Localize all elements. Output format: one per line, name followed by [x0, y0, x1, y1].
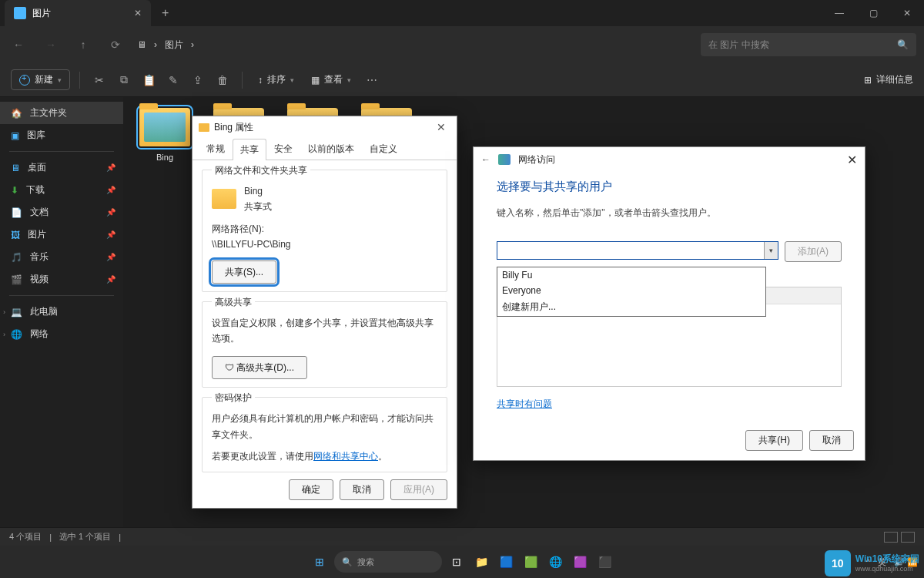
sort-button[interactable]: ↕ 排序 ▾ [252, 70, 300, 89]
forward-button[interactable]: → [40, 39, 62, 51]
apply-button[interactable]: 应用(A) [390, 479, 447, 500]
sidebar-item-home[interactable]: 🏠主文件夹 [0, 102, 123, 124]
close-window-button[interactable]: ✕ [890, 0, 924, 26]
details-button[interactable]: ⊞ 详细信息 [864, 73, 913, 86]
app-icon[interactable]: 🟩 [521, 552, 541, 572]
sidebar-item-gallery[interactable]: ▣图库 [0, 124, 123, 146]
maximize-button[interactable]: ▢ [856, 0, 890, 26]
sidebar-item-network[interactable]: ›🌐网络 [0, 323, 123, 345]
window-tab[interactable]: 图片 ✕ [5, 0, 151, 26]
tab-sharing[interactable]: 共享 [233, 139, 266, 160]
close-tab-icon[interactable]: ✕ [134, 8, 142, 18]
dropdown-button[interactable]: ▾ [764, 242, 778, 259]
list-view-button[interactable] [884, 532, 898, 543]
dialog-titlebar[interactable]: Bing 属性 ✕ [192, 116, 457, 138]
add-button[interactable]: 添加(A) [785, 241, 842, 262]
watermark-logo: 10 [825, 550, 851, 576]
network-icon: 🌐 [11, 329, 22, 340]
close-button[interactable]: ✕ [432, 121, 450, 133]
separator [9, 151, 114, 152]
app-icon[interactable]: ⬛ [594, 552, 614, 572]
copy-icon[interactable]: ⧉ [114, 73, 134, 86]
pin-icon: 📌 [106, 186, 116, 194]
sidebar-label: 图库 [27, 129, 45, 142]
advanced-description: 设置自定义权限，创建多个共享，并设置其他高级共享选项。 [212, 315, 437, 347]
paste-icon[interactable]: 📋 [139, 74, 159, 86]
chevron-right-icon: › [3, 331, 5, 338]
home-icon: 🏠 [11, 108, 22, 119]
more-button[interactable]: ⋯ [362, 74, 382, 86]
breadcrumb-item[interactable]: 图片 [165, 39, 183, 52]
plus-circle-icon [19, 75, 30, 86]
folder-name: Bing [134, 153, 196, 162]
chevron-down-icon: ▾ [58, 76, 62, 84]
advanced-share-button[interactable]: 🛡 高级共享(D)... [212, 356, 307, 379]
sidebar-item-desktop[interactable]: 🖥桌面📌 [0, 156, 123, 179]
back-button[interactable]: ← [8, 39, 29, 51]
start-button[interactable]: ⊞ [310, 552, 330, 572]
section-title: 网络文件和文件夹共享 [212, 164, 310, 177]
view-toggle [884, 532, 915, 543]
separator: | [49, 533, 52, 542]
network-center-link[interactable]: 网络和共享中心 [313, 451, 378, 462]
cancel-button[interactable]: 取消 [340, 479, 384, 500]
pin-icon: 📌 [106, 208, 116, 217]
sidebar-item-pictures[interactable]: 🖼图片📌 [0, 223, 123, 246]
trouble-link[interactable]: 共享时有问题 [497, 398, 552, 409]
sidebar: 🏠主文件夹 ▣图库 🖥桌面📌 ⬇下载📌 📄文档📌 🖼图片📌 🎵音乐📌 🎬视频📌 … [0, 97, 123, 527]
dialog-title: 网络访问 [518, 153, 555, 166]
share-button[interactable]: 共享(H) [745, 430, 803, 451]
tab-general[interactable]: 常规 [199, 138, 233, 160]
explorer-icon[interactable]: 📁 [471, 552, 491, 572]
chevron-right-icon: › [3, 308, 5, 316]
pin-icon: 📌 [106, 230, 116, 239]
view-button[interactable]: ▦ 查看 ▾ [305, 70, 357, 89]
rename-icon[interactable]: ✎ [163, 74, 183, 86]
app-icon[interactable]: 🟪 [570, 552, 590, 572]
grid-view-button[interactable] [901, 532, 915, 543]
watermark-url: www.qdhuajin.com [855, 565, 919, 573]
folder-icon [199, 123, 209, 132]
breadcrumb[interactable]: 🖥 › 图片 › [137, 39, 194, 52]
watermark-brand: Win10系统家园 [855, 553, 919, 564]
cancel-button[interactable]: 取消 [809, 430, 854, 451]
add-tab-button[interactable]: + [151, 6, 179, 20]
sidebar-item-documents[interactable]: 📄文档📌 [0, 201, 123, 223]
window-controls: — ▢ ✕ [822, 0, 924, 26]
back-button[interactable]: ← [481, 154, 490, 165]
share-icon[interactable]: ⇪ [188, 74, 208, 86]
task-view-button[interactable]: ⊡ [447, 552, 467, 572]
sidebar-item-thispc[interactable]: ›💻此电脑 [0, 301, 123, 323]
share-button[interactable]: 共享(S)... [212, 260, 276, 284]
monitor-icon: 🖥 [137, 39, 146, 50]
user-combobox[interactable]: ▾ [497, 241, 778, 260]
tab-customize[interactable]: 自定义 [362, 138, 405, 160]
new-button[interactable]: 新建 ▾ [11, 69, 70, 90]
refresh-button[interactable]: ⟳ [105, 39, 126, 51]
dropdown-option[interactable]: Billy Fu [497, 267, 765, 283]
tab-previous-versions[interactable]: 以前的版本 [300, 138, 362, 160]
user-input[interactable] [497, 245, 764, 256]
cut-icon[interactable]: ✂ [89, 74, 109, 86]
dropdown-option[interactable]: Everyone [497, 283, 765, 298]
delete-icon[interactable]: 🗑 [213, 74, 233, 86]
tab-security[interactable]: 安全 [266, 138, 300, 160]
sidebar-item-music[interactable]: 🎵音乐📌 [0, 246, 123, 268]
taskbar-search[interactable]: 🔍搜索 [334, 551, 442, 573]
sidebar-item-downloads[interactable]: ⬇下载📌 [0, 179, 123, 201]
edge-icon[interactable]: 🌐 [545, 552, 565, 572]
ok-button[interactable]: 确定 [289, 479, 333, 500]
user-dropdown: Billy Fu Everyone 创建新用户... [497, 267, 766, 317]
sidebar-item-videos[interactable]: 🎬视频📌 [0, 268, 123, 291]
minimize-button[interactable]: — [822, 0, 856, 26]
app-icon[interactable]: 🟦 [496, 552, 516, 572]
dropdown-option[interactable]: 创建新用户... [497, 298, 765, 316]
search-input[interactable]: 在 图片 中搜索 🔍 [701, 33, 916, 56]
folder-item[interactable]: Bing [134, 108, 196, 162]
network-access-dialog: ← 网络访问 ✕ 选择要与其共享的用户 键入名称，然后单击"添加"，或者单击箭头… [473, 146, 865, 461]
close-button[interactable]: ✕ [847, 153, 857, 167]
dialog-header: ← 网络访问 ✕ [474, 147, 865, 172]
up-button[interactable]: ↑ [72, 39, 94, 51]
separator [242, 72, 243, 89]
chevron-down-icon: ▾ [347, 76, 351, 84]
